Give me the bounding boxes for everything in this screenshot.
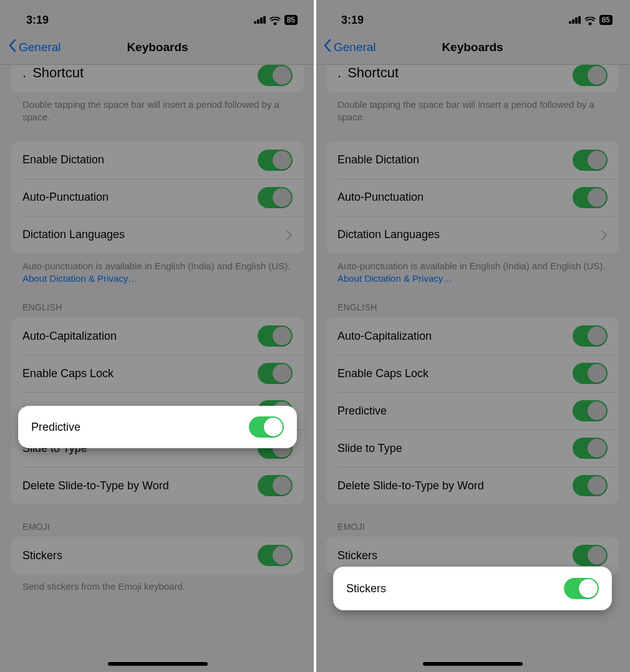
clock: 3:19 [26,14,49,27]
toggle-shortcut[interactable] [258,65,293,86]
label-auto-capitalization: Auto-Capitalization [337,330,432,343]
highlight-stickers: Stickers [335,569,610,608]
hl-label-stickers: Stickers [346,582,386,595]
hl-toggle-stickers[interactable] [564,578,599,599]
toggle-auto-punctuation[interactable] [258,187,293,208]
label-enable-caps-lock: Enable Caps Lock [337,367,429,380]
back-button[interactable]: General [0,39,61,55]
group-shortcut-partial: . Shortcut [326,65,619,92]
group-english: Auto-Capitalization Enable Caps Lock Pre… [326,317,619,504]
label-stickers: Stickers [337,549,377,562]
footer-dictation: Auto-punctuation is available in English… [11,254,304,286]
battery-percent: 85 [284,15,298,25]
hl-label-predictive: Predictive [31,421,80,434]
label-enable-caps-lock: Enable Caps Lock [22,367,114,380]
label-delete-slide-to-type: Delete Slide-to-Type by Word [337,479,484,492]
home-indicator [423,662,523,666]
row-shortcut[interactable]: . Shortcut [11,65,304,92]
toggle-delete-slide-to-type[interactable] [573,475,608,496]
row-enable-dictation[interactable]: Enable Dictation [11,142,304,179]
header-english: ENGLISH [11,285,304,317]
battery-percent: 85 [599,15,613,25]
group-emoji: Stickers [11,537,304,574]
period-icon: . [22,72,26,74]
battery-icon: 85 [284,15,298,25]
label-dictation-languages: Dictation Languages [22,228,125,241]
nav-bar: General Keyboards [0,30,315,65]
hl-toggle-predictive[interactable] [249,416,284,438]
row-auto-capitalization[interactable]: Auto-Capitalization [11,317,304,355]
row-enable-dictation[interactable]: Enable Dictation [326,142,619,179]
label-enable-dictation: Enable Dictation [337,153,419,166]
label-stickers: Stickers [22,549,62,562]
row-shortcut[interactable]: . Shortcut [326,65,619,92]
label-slide-to-type: Slide to Type [337,442,402,455]
row-auto-capitalization[interactable]: Auto-Capitalization [326,317,619,355]
back-button[interactable]: General [315,39,376,55]
group-shortcut-partial: . Shortcut [11,65,304,92]
toggle-delete-slide-to-type[interactable] [258,475,293,496]
label-auto-capitalization: Auto-Capitalization [22,330,117,343]
label-shortcut: Shortcut [32,65,84,81]
cellular-signal-icon [254,16,266,24]
footer-shortcut: Double tapping the space bar will insert… [11,92,304,124]
row-delete-slide-to-type[interactable]: Delete Slide-to-Type by Word [326,467,619,504]
row-enable-caps-lock[interactable]: Enable Caps Lock [326,355,619,392]
toggle-enable-dictation[interactable] [258,150,293,171]
back-label: General [19,41,61,54]
header-english: ENGLISH [326,285,619,317]
back-label: General [334,41,376,54]
row-enable-caps-lock[interactable]: Enable Caps Lock [11,355,304,392]
label-shortcut: Shortcut [347,65,399,81]
link-dictation-privacy[interactable]: About Dictation & Privacy… [337,273,452,284]
battery-icon: 85 [599,15,613,25]
toggle-enable-caps-lock[interactable] [573,363,608,384]
header-emoji: EMOJI [11,504,304,537]
link-dictation-privacy[interactable]: About Dictation & Privacy… [22,273,137,284]
label-auto-punctuation: Auto-Punctuation [22,191,109,204]
label-enable-dictation: Enable Dictation [22,153,104,166]
toggle-auto-capitalization[interactable] [258,325,293,347]
wifi-icon [584,16,596,24]
chevron-left-icon [9,39,16,55]
row-auto-punctuation[interactable]: Auto-Punctuation [326,179,619,216]
footer-stickers: Send stickers from the Emoji keyboard. [11,574,304,593]
chevron-right-icon [286,230,293,240]
row-delete-slide-to-type[interactable]: Delete Slide-to-Type by Word [11,467,304,504]
toggle-shortcut[interactable] [573,65,608,86]
label-delete-slide-to-type: Delete Slide-to-Type by Word [22,479,169,492]
status-bar: 3:19 85 [0,0,315,30]
row-slide-to-type[interactable]: Slide to Type [326,430,619,467]
status-bar: 3:19 85 [315,0,630,30]
period-icon: . [337,72,341,74]
group-dictation: Enable Dictation Auto-Punctuation Dictat… [11,142,304,254]
row-dictation-languages[interactable]: Dictation Languages [11,216,304,254]
clock: 3:19 [341,14,364,27]
group-dictation: Enable Dictation Auto-Punctuation Dictat… [326,142,619,254]
toggle-slide-to-type[interactable] [573,438,608,459]
screenshot-left: 3:19 85 General Keyboards [0,0,315,672]
row-stickers[interactable]: Stickers [11,537,304,574]
chevron-left-icon [324,39,331,55]
row-dictation-languages[interactable]: Dictation Languages [326,216,619,254]
header-emoji: EMOJI [326,504,619,537]
home-indicator [108,662,208,666]
toggle-enable-dictation[interactable] [573,150,608,171]
chevron-right-icon [601,230,608,240]
footer-shortcut: Double tapping the space bar will insert… [326,92,619,124]
label-predictive: Predictive [337,405,387,418]
row-auto-punctuation[interactable]: Auto-Punctuation [11,179,304,216]
toggle-enable-caps-lock[interactable] [258,363,293,384]
screenshot-right: 3:19 85 General Keyboards [315,0,630,672]
footer-dictation: Auto-punctuation is available in English… [326,254,619,286]
cellular-signal-icon [569,16,581,24]
toggle-predictive[interactable] [573,400,608,421]
row-predictive[interactable]: Predictive [326,392,619,430]
toggle-auto-punctuation[interactable] [573,187,608,208]
toggle-auto-capitalization[interactable] [573,325,608,347]
label-auto-punctuation: Auto-Punctuation [337,191,424,204]
toggle-stickers[interactable] [258,545,293,566]
nav-bar: General Keyboards [315,30,630,65]
wifi-icon [269,16,281,24]
toggle-stickers[interactable] [573,545,608,566]
